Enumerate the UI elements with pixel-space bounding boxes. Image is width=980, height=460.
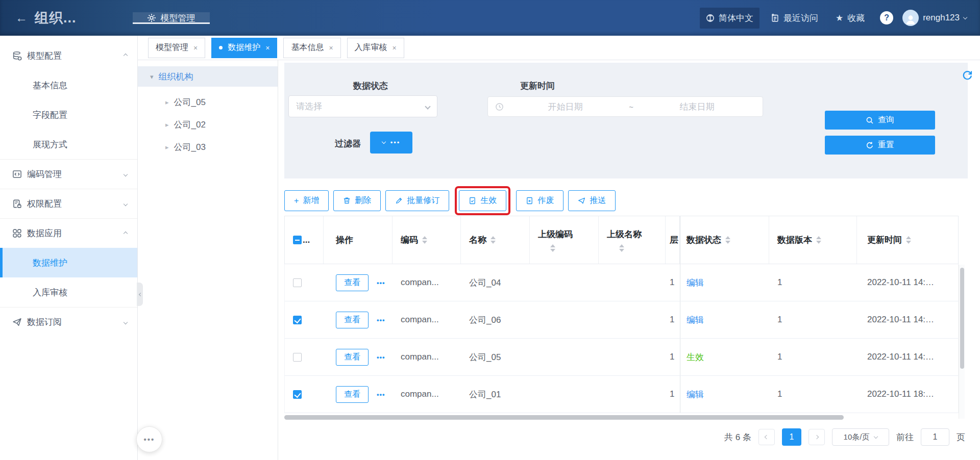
cell-updated: 2022-10-11 14:…: [857, 339, 953, 375]
goto-page-input[interactable]: [921, 428, 949, 446]
sort-icon[interactable]: [491, 236, 496, 244]
view-button[interactable]: 查看: [336, 312, 369, 328]
header-parent-code[interactable]: 上级编码: [530, 216, 599, 264]
activate-button[interactable]: 生效: [459, 190, 506, 211]
view-button[interactable]: 查看: [336, 274, 369, 291]
horizontal-scrollbar[interactable]: [284, 414, 959, 420]
delete-button[interactable]: 删除: [333, 190, 381, 211]
reset-button[interactable]: 重置: [825, 136, 935, 155]
search-button[interactable]: 查询: [825, 111, 935, 130]
header-version[interactable]: 数据版本: [769, 216, 857, 264]
batch-edit-button[interactable]: 批量修订: [385, 190, 449, 211]
tree-node-company[interactable]: ▸ 公司_05: [138, 91, 278, 113]
end-date-input[interactable]: 结束日期: [639, 101, 755, 113]
header-code[interactable]: 编码: [393, 216, 461, 264]
close-icon[interactable]: ×: [329, 44, 333, 52]
row-more-button[interactable]: •••: [377, 391, 385, 398]
sidebar-item-permission-config[interactable]: 权限配置: [0, 189, 137, 218]
sort-icon[interactable]: [816, 236, 821, 244]
select-placeholder: 请选择: [296, 100, 322, 112]
page-unit-label: 页: [957, 431, 965, 443]
chevron-down-icon: [874, 434, 878, 438]
cell-name: 公司_05: [461, 339, 530, 375]
caret-right-icon[interactable]: ▸: [165, 121, 169, 129]
favorites[interactable]: ★ 收藏: [829, 8, 871, 29]
close-icon[interactable]: ×: [265, 44, 270, 52]
push-button[interactable]: 推送: [568, 190, 616, 211]
view-button[interactable]: 查看: [336, 349, 369, 366]
status-badge: 生效: [687, 351, 704, 363]
row-more-button[interactable]: •••: [377, 316, 385, 324]
sidebar-item-data-subscription[interactable]: 数据订阅: [0, 307, 137, 337]
sidebar-item-data-maintenance[interactable]: 数据维护: [0, 248, 137, 277]
module-tab-model-management[interactable]: 模型管理: [133, 12, 210, 24]
tree-node-root[interactable]: ▾ 组织机构: [138, 66, 278, 87]
panel-collapse-handle[interactable]: [137, 283, 143, 306]
sidebar-item-display-mode[interactable]: 展现方式: [0, 130, 137, 159]
select-all-checkbox[interactable]: [293, 236, 302, 244]
caret-down-icon[interactable]: ▾: [150, 73, 154, 81]
tab-basic-info[interactable]: 基本信息 ×: [283, 38, 340, 58]
sidebar-item-basic-info[interactable]: 基本信息: [0, 70, 137, 100]
tree-node-company[interactable]: ▸ 公司_03: [138, 136, 278, 158]
data-table: ... 操作 编码 名称 上: [284, 216, 959, 420]
caret-right-icon[interactable]: ▸: [165, 98, 169, 106]
close-icon[interactable]: ×: [193, 44, 198, 52]
sidebar-item-inbound-audit[interactable]: 入库审核: [0, 277, 137, 307]
sidebar-item-data-application[interactable]: 数据应用: [0, 218, 137, 248]
chevron-right-icon: [815, 435, 819, 439]
scrollbar-thumb[interactable]: [284, 415, 844, 420]
sidebar-item-label: 编码管理: [27, 168, 119, 180]
caret-right-icon[interactable]: ▸: [165, 143, 169, 151]
row-checkbox[interactable]: [293, 316, 302, 324]
tree-node-company[interactable]: ▸ 公司_02: [138, 113, 278, 136]
header-updated[interactable]: 更新时间: [857, 216, 953, 264]
filter-panel: 数据状态 请选择 更新时间 开始日期 ~ 结束日期: [284, 63, 968, 178]
sort-icon[interactable]: [906, 236, 911, 244]
delete-button-label: 删除: [355, 195, 371, 206]
back-arrow-icon[interactable]: ←: [0, 11, 35, 25]
app-window: ← 组织... 模型管理 简体中文: [0, 0, 980, 460]
sidebar-item-code-management[interactable]: 编码管理: [0, 159, 137, 189]
page-size-select[interactable]: 10条/页: [832, 428, 889, 446]
main-content: 数据状态 请选择 更新时间 开始日期 ~ 结束日期: [278, 60, 980, 460]
invalidate-button[interactable]: 作废: [516, 190, 564, 211]
language-switch[interactable]: 简体中文: [700, 8, 760, 29]
filter-expand-button[interactable]: •••: [370, 132, 412, 154]
sort-icon[interactable]: [725, 236, 730, 244]
add-button[interactable]: + 新增: [284, 190, 329, 211]
user-menu[interactable]: rengh123: [902, 10, 967, 26]
header-parent-name[interactable]: 上级名称: [599, 216, 666, 264]
sort-icon[interactable]: [422, 236, 427, 244]
prev-page-button[interactable]: [758, 429, 775, 445]
row-more-button[interactable]: •••: [377, 279, 385, 287]
refresh-icon[interactable]: [962, 69, 973, 81]
sidebar-item-field-config[interactable]: 字段配置: [0, 100, 137, 130]
sort-icon[interactable]: [619, 244, 624, 252]
vertical-scrollbar[interactable]: [959, 265, 965, 419]
tab-inbound-audit[interactable]: 入库审核 ×: [347, 38, 404, 58]
start-date-input[interactable]: 开始日期: [507, 101, 624, 113]
next-page-button[interactable]: [808, 429, 825, 445]
header-name[interactable]: 名称: [461, 216, 530, 264]
sidebar-item-label: 权限配置: [27, 198, 119, 210]
current-page-button[interactable]: 1: [782, 428, 801, 446]
date-range-input[interactable]: 开始日期 ~ 结束日期: [487, 96, 763, 117]
close-icon[interactable]: ×: [393, 44, 397, 52]
tab-model-management[interactable]: 模型管理 ×: [148, 38, 205, 58]
sidebar-item-model-config[interactable]: 模型配置: [0, 41, 137, 70]
header-status[interactable]: 数据状态: [680, 216, 769, 264]
recent-visits[interactable]: 最近访问: [765, 8, 824, 29]
tab-data-maintenance[interactable]: 数据维护 ×: [211, 38, 277, 58]
row-more-button[interactable]: •••: [377, 353, 385, 361]
scrollbar-thumb[interactable]: [960, 268, 964, 369]
view-button[interactable]: 查看: [336, 386, 369, 403]
more-actions-button[interactable]: •••: [136, 426, 162, 452]
cell-level: 1: [666, 301, 680, 338]
row-checkbox[interactable]: [293, 278, 302, 287]
row-checkbox[interactable]: [293, 390, 302, 399]
status-select[interactable]: 请选择: [288, 95, 437, 117]
row-checkbox[interactable]: [293, 353, 302, 362]
help-icon[interactable]: ?: [880, 11, 893, 24]
sort-icon[interactable]: [550, 244, 555, 252]
